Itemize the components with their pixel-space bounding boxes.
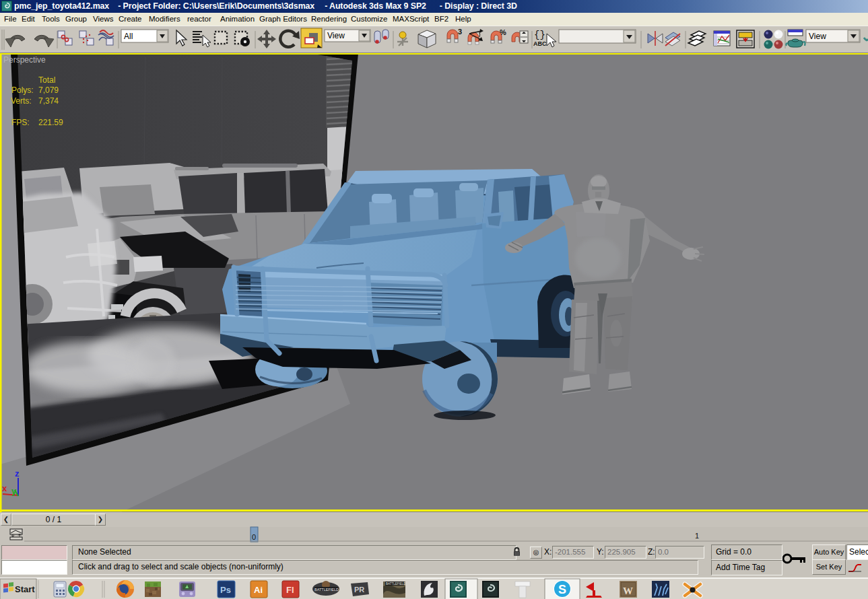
- svg-text:Total: Total: [38, 75, 55, 85]
- svg-text:Verts:: Verts:: [11, 96, 32, 106]
- svg-text:ABC: ABC: [533, 40, 547, 47]
- svg-text:All: All: [124, 32, 133, 41]
- svg-text:FPS:: FPS:: [11, 118, 30, 127]
- svg-text:Perspective: Perspective: [3, 55, 46, 65]
- svg-text:PR: PR: [354, 586, 364, 594]
- svg-text:BATTLEFIELD: BATTLEFIELD: [386, 582, 406, 586]
- svg-text:View: View: [327, 31, 345, 40]
- svg-text:Ps: Ps: [220, 585, 231, 595]
- svg-text:BATTLEFIELD: BATTLEFIELD: [314, 588, 339, 592]
- svg-text:Fl: Fl: [286, 585, 294, 595]
- svg-text:Start: Start: [15, 584, 35, 594]
- svg-text:x: x: [2, 483, 7, 493]
- svg-text:S: S: [558, 583, 566, 596]
- svg-text:View: View: [809, 32, 826, 41]
- svg-text:1: 1: [695, 532, 699, 540]
- svg-text:Ai: Ai: [254, 585, 263, 595]
- svg-text:{}: {}: [534, 30, 545, 40]
- svg-text:0: 0: [252, 533, 256, 541]
- svg-text:W: W: [623, 586, 633, 596]
- svg-text:z: z: [15, 468, 20, 479]
- svg-text:7,374: 7,374: [38, 96, 59, 106]
- svg-text:7,079: 7,079: [38, 85, 59, 95]
- svg-text:221.59: 221.59: [38, 118, 63, 127]
- svg-text:%: %: [500, 28, 506, 36]
- svg-text:Polys:: Polys:: [11, 85, 34, 95]
- svg-text:3: 3: [458, 28, 462, 36]
